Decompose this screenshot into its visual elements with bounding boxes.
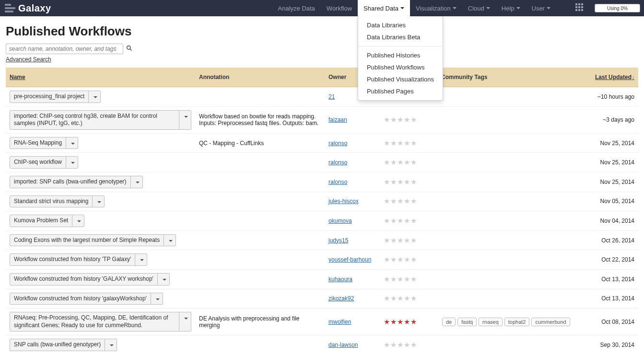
star-icon: ★ bbox=[384, 197, 390, 206]
nav-analyze-data[interactable]: Analyze Data bbox=[272, 0, 321, 16]
updated-cell: Nov 25, 2014 bbox=[585, 172, 638, 192]
star-rating[interactable]: ★★★★★ bbox=[384, 275, 417, 284]
annotation-cell bbox=[195, 289, 325, 308]
owner-link[interactable]: youssef-barhoun bbox=[325, 250, 380, 270]
owner-link[interactable]: zikozak92 bbox=[325, 289, 380, 308]
star-rating[interactable]: ★★★★★ bbox=[384, 318, 417, 326]
workflow-name-button[interactable]: Workflow constructed from history 'TP Ga… bbox=[10, 253, 135, 266]
workflow-dropdown-toggle[interactable] bbox=[72, 215, 84, 227]
scratchbook-grid-icon[interactable] bbox=[575, 3, 585, 13]
workflow-dropdown-toggle[interactable] bbox=[93, 195, 105, 208]
rating-cell: ★★★★★ bbox=[380, 153, 437, 172]
owner-link[interactable]: judys15 bbox=[325, 230, 380, 250]
annotation-cell: DE Analysis with preprocessing and file … bbox=[195, 308, 325, 335]
owner-link[interactable]: mwolfien bbox=[325, 308, 380, 335]
star-icon: ★ bbox=[410, 294, 417, 303]
workflow-dropdown-toggle[interactable] bbox=[164, 234, 176, 247]
star-rating[interactable]: ★★★★★ bbox=[384, 139, 417, 148]
tag[interactable]: de bbox=[442, 318, 456, 326]
owner-link[interactable]: ralonso bbox=[325, 133, 380, 153]
name-cell: Standard strict virus mapping bbox=[6, 192, 195, 211]
star-rating[interactable]: ★★★★★ bbox=[384, 236, 417, 245]
table-row: ChIP-seq workflowralonso★★★★★Nov 25, 201… bbox=[6, 153, 638, 172]
star-icon: ★ bbox=[404, 318, 410, 326]
workflow-name-button[interactable]: RNA-Seq Mapping bbox=[10, 137, 66, 149]
workflow-name-button[interactable]: Coding Exons with the largest number of … bbox=[10, 234, 164, 247]
star-rating[interactable]: ★★★★★ bbox=[384, 197, 417, 206]
star-icon: ★ bbox=[410, 158, 417, 167]
workflow-dropdown-toggle[interactable] bbox=[66, 156, 78, 169]
star-icon: ★ bbox=[390, 294, 397, 303]
caret-down-icon bbox=[400, 7, 404, 9]
tag[interactable]: tophat2 bbox=[504, 318, 530, 326]
dropdown-published-pages[interactable]: Published Pages bbox=[358, 85, 443, 97]
workflow-name-button[interactable]: imported: ChIP-seq control hg38, create … bbox=[10, 110, 179, 130]
tags-cell bbox=[437, 250, 585, 270]
dropdown-published-visualizations[interactable]: Published Visualizations bbox=[358, 73, 443, 85]
star-rating[interactable]: ★★★★★ bbox=[384, 158, 417, 167]
nav-label: Analyze Data bbox=[278, 5, 315, 12]
workflow-name-button[interactable]: Workflow constructed from history 'GALAX… bbox=[10, 273, 158, 285]
search-icon[interactable] bbox=[126, 45, 132, 53]
dropdown-published-histories[interactable]: Published Histories bbox=[358, 49, 443, 61]
star-icon: ★ bbox=[397, 255, 403, 264]
workflow-dropdown-toggle[interactable] bbox=[151, 293, 163, 305]
search-input[interactable] bbox=[6, 44, 123, 54]
tag[interactable]: rnaseq bbox=[479, 318, 503, 326]
workflow-name-button[interactable]: Standard strict virus mapping bbox=[10, 195, 93, 208]
dropdown-published-workflows[interactable]: Published Workflows bbox=[358, 61, 443, 73]
nav-visualization[interactable]: Visualization bbox=[410, 0, 462, 16]
star-rating[interactable]: ★★★★★ bbox=[384, 115, 417, 124]
tag[interactable]: cummerbund bbox=[531, 318, 570, 326]
navbar: Galaxy Analyze Data Workflow Shared Data… bbox=[0, 0, 644, 16]
workflow-dropdown-toggle[interactable] bbox=[89, 91, 101, 103]
workflow-name-button[interactable]: Kumova Problem Set bbox=[10, 215, 72, 227]
workflow-name-button[interactable]: pre-processing_final project bbox=[10, 91, 89, 103]
col-updated[interactable]: Last Updated↓ bbox=[585, 68, 638, 87]
nav-cloud[interactable]: Cloud bbox=[462, 0, 496, 16]
workflow-name-button[interactable]: RNAseq: Pre-Processing, QC, Mapping, DE,… bbox=[10, 312, 179, 331]
workflow-dropdown-toggle[interactable] bbox=[105, 339, 117, 351]
nav-shared-data[interactable]: Shared Data Data Libraries Data Librarie… bbox=[358, 0, 410, 16]
owner-link[interactable]: kuhaoura bbox=[325, 269, 380, 289]
star-rating[interactable]: ★★★★★ bbox=[384, 341, 417, 349]
name-cell: imported: SNP calls (bwa-unified genotyp… bbox=[6, 172, 195, 192]
star-rating[interactable]: ★★★★★ bbox=[384, 294, 417, 303]
owner-link[interactable]: faizaan bbox=[325, 106, 380, 133]
workflow-dropdown-toggle[interactable] bbox=[66, 137, 78, 149]
star-icon: ★ bbox=[397, 294, 403, 303]
star-rating[interactable]: ★★★★★ bbox=[384, 255, 417, 264]
workflow-dropdown-toggle[interactable] bbox=[158, 273, 170, 285]
updated-cell: Oct 26, 2014 bbox=[585, 230, 638, 250]
advanced-search-link[interactable]: Advanced Search bbox=[6, 56, 51, 63]
workflow-name-button[interactable]: imported: SNP calls (bwa-unified genotyp… bbox=[10, 176, 131, 188]
workflow-dropdown-toggle[interactable] bbox=[179, 110, 191, 130]
col-name[interactable]: Name bbox=[6, 68, 195, 87]
nav-workflow[interactable]: Workflow bbox=[321, 0, 358, 16]
nav-help[interactable]: Help bbox=[496, 0, 526, 16]
usage-meter[interactable]: Using 0% bbox=[595, 4, 640, 12]
dropdown-data-libraries-beta[interactable]: Data Libraries Beta bbox=[358, 31, 443, 43]
owner-link[interactable]: ralonso bbox=[325, 153, 380, 172]
brand-logo[interactable]: Galaxy bbox=[0, 3, 56, 14]
owner-link[interactable]: dan-lawson bbox=[325, 335, 380, 354]
workflow-name-button[interactable]: SNP calls (bwa-unified genotyper) bbox=[10, 339, 105, 351]
star-icon: ★ bbox=[404, 275, 410, 284]
workflow-dropdown-toggle[interactable] bbox=[131, 176, 143, 188]
col-updated-label: Last Updated bbox=[595, 74, 632, 80]
nav-user[interactable]: User bbox=[526, 0, 556, 16]
caret-down-icon bbox=[184, 318, 188, 320]
tag[interactable]: fastq bbox=[457, 318, 477, 326]
annotation-cell bbox=[195, 87, 325, 107]
workflow-name-button[interactable]: Workflow constructed from history 'galax… bbox=[10, 293, 151, 305]
dropdown-data-libraries[interactable]: Data Libraries bbox=[358, 19, 443, 31]
workflow-dropdown-toggle[interactable] bbox=[179, 312, 191, 331]
workflow-name-button[interactable]: ChIP-seq workflow bbox=[10, 156, 66, 169]
owner-link[interactable]: okumova bbox=[325, 211, 380, 231]
star-rating[interactable]: ★★★★★ bbox=[384, 178, 417, 186]
star-rating[interactable]: ★★★★★ bbox=[384, 217, 417, 225]
nav-label: Cloud bbox=[468, 5, 484, 12]
workflow-dropdown-toggle[interactable] bbox=[135, 253, 147, 266]
owner-link[interactable]: ralonso bbox=[325, 172, 380, 192]
owner-link[interactable]: jules-hiscox bbox=[325, 192, 380, 211]
